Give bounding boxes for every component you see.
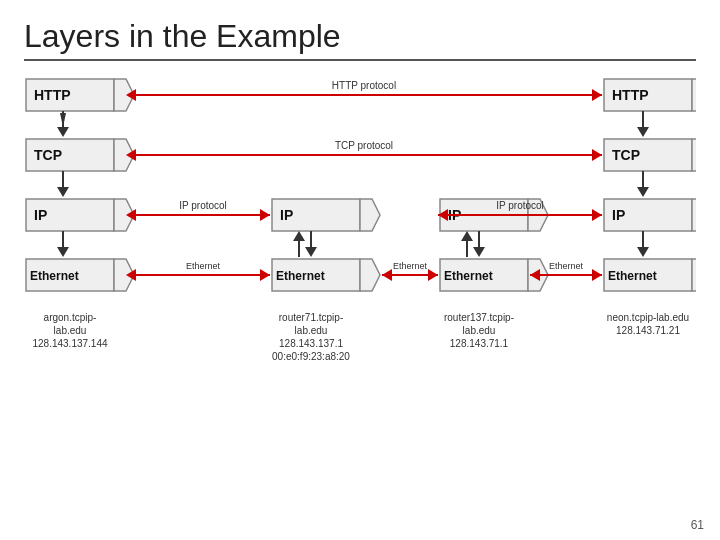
svg-text:router137.tcpip-: router137.tcpip- [444, 312, 514, 323]
svg-marker-5 [57, 127, 69, 137]
svg-text:Ethernet: Ethernet [30, 269, 79, 283]
svg-marker-24 [305, 247, 317, 257]
svg-marker-26 [293, 231, 305, 241]
svg-marker-83 [382, 269, 392, 281]
diagram: HTTP TCP IP Ethernet [24, 71, 696, 411]
svg-marker-72 [592, 209, 602, 221]
svg-text:128.143.137.144: 128.143.137.144 [32, 338, 108, 349]
svg-text:IP protocol: IP protocol [179, 200, 227, 211]
svg-text:lab.edu: lab.edu [295, 325, 328, 336]
svg-text:HTTP: HTTP [34, 87, 71, 103]
svg-text:Ethernet: Ethernet [393, 261, 428, 271]
svg-marker-28 [360, 259, 380, 291]
svg-marker-49 [637, 187, 649, 197]
svg-marker-60 [592, 89, 602, 101]
svg-marker-56 [692, 259, 696, 291]
svg-marker-34 [473, 247, 485, 257]
svg-text:IP protocol: IP protocol [496, 200, 544, 211]
svg-marker-44 [637, 127, 649, 137]
svg-text:lab.edu: lab.edu [463, 325, 496, 336]
svg-text:00:e0:f9:23:a8:20: 00:e0:f9:23:a8:20 [272, 351, 350, 362]
svg-text:TCP: TCP [612, 147, 640, 163]
svg-marker-54 [637, 247, 649, 257]
svg-text:lab.edu: lab.edu [54, 325, 87, 336]
slide: Layers in the Example HTTP TCP [0, 0, 720, 540]
svg-marker-10 [57, 187, 69, 197]
svg-marker-46 [692, 139, 696, 171]
svg-text:Ethernet: Ethernet [608, 269, 657, 283]
svg-text:128.143.71.1: 128.143.71.1 [450, 338, 509, 349]
page-title: Layers in the Example [24, 18, 696, 61]
svg-text:HTTP protocol: HTTP protocol [332, 80, 396, 91]
svg-marker-80 [592, 269, 602, 281]
svg-text:Ethernet: Ethernet [549, 261, 584, 271]
svg-text:HTTP: HTTP [612, 87, 649, 103]
svg-marker-76 [260, 269, 270, 281]
svg-text:IP: IP [34, 207, 47, 223]
svg-marker-68 [260, 209, 270, 221]
svg-text:TCP protocol: TCP protocol [335, 140, 393, 151]
svg-text:IP: IP [280, 207, 293, 223]
page-number: 61 [691, 518, 704, 532]
svg-marker-16 [57, 247, 69, 257]
svg-text:Ethernet: Ethernet [276, 269, 325, 283]
svg-text:argon.tcpip-: argon.tcpip- [44, 312, 97, 323]
svg-text:Ethernet: Ethernet [186, 261, 221, 271]
svg-marker-36 [461, 231, 473, 241]
svg-text:Ethernet: Ethernet [444, 269, 493, 283]
svg-marker-41 [692, 79, 696, 111]
svg-text:TCP: TCP [34, 147, 62, 163]
svg-text:128.143.137.1: 128.143.137.1 [279, 338, 343, 349]
svg-marker-51 [692, 199, 696, 231]
svg-marker-64 [592, 149, 602, 161]
svg-text:128.143.71.21: 128.143.71.21 [616, 325, 680, 336]
svg-marker-21 [360, 199, 380, 231]
svg-marker-84 [428, 269, 438, 281]
svg-text:IP: IP [612, 207, 625, 223]
svg-text:neon.tcpip-lab.edu: neon.tcpip-lab.edu [607, 312, 689, 323]
svg-text:router71.tcpip-: router71.tcpip- [279, 312, 343, 323]
